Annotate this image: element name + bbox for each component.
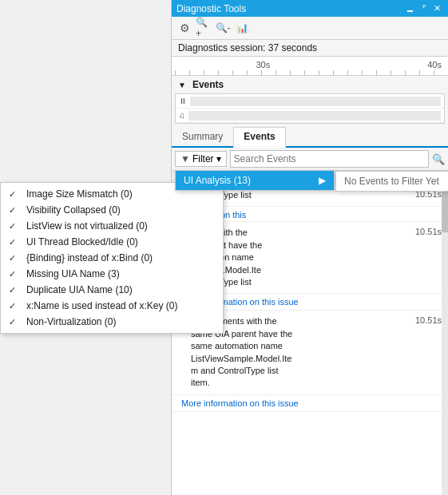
collapse-arrow-icon[interactable]: ▼ (178, 81, 186, 89)
music-icon: ♫ (179, 111, 185, 120)
check-icon: ✓ (9, 301, 20, 311)
title-bar-controls: 🗕 ᴾ ✕ (403, 2, 443, 14)
ui-analysis-item[interactable]: UI Analysis (13) ▶ No Events to Filter Y… (176, 171, 334, 190)
event-time-5: 10.51s (415, 315, 442, 325)
check-icon: ✓ (9, 253, 20, 263)
event5-line-6: item. (191, 377, 407, 389)
no-events-item: No Events to Filter Yet (336, 172, 448, 191)
filter-item-label: Non-Virtualization (0) (26, 316, 117, 327)
event5-line-3: same automation name (191, 340, 407, 352)
scrollbar-track[interactable] (442, 184, 448, 495)
pause-icon[interactable]: ⏸ (179, 97, 187, 105)
tab-events[interactable]: Events (233, 127, 285, 148)
title-bar: Diagnostic Tools 🗕 ᴾ ✕ (172, 0, 448, 17)
pin-icon[interactable]: 🗕 (403, 3, 417, 14)
check-icon: ✓ (9, 317, 20, 327)
events-header-label: Events (192, 79, 224, 90)
check-icon: ✓ (9, 285, 20, 295)
more-info-link-3[interactable]: More information on this issue (181, 398, 442, 408)
events-row-pause: ⏸ (176, 94, 444, 109)
filter-item-label: x:Name is used instead of x:Key (0) (26, 300, 177, 311)
filter-label: Filter (192, 153, 214, 164)
event5-line-4: ListViewSample.Model.Ite (191, 353, 407, 365)
scrollbar-thumb[interactable] (442, 184, 448, 232)
list-item[interactable]: ✓ Non-Virtualization (0) (1, 314, 223, 330)
panel-title: Diagnostic Tools (176, 3, 246, 14)
list-item[interactable]: ✓ ListView is not virtualized (0) (1, 218, 223, 234)
events-header: ▼ Events (172, 76, 448, 93)
filter-item-label: Missing UIA Name (3) (26, 268, 120, 279)
timeline-40s: 40s (427, 60, 442, 69)
search-input[interactable] (230, 150, 429, 168)
auto-hide-icon[interactable]: ᴾ (420, 2, 428, 14)
ui-analysis-label: UI Analysis (13) (184, 175, 251, 186)
filter-dropdown-menu: UI Analysis (13) ▶ No Events to Filter Y… (175, 170, 335, 191)
list-item[interactable]: ✓ Duplicate UIA Name (10) (1, 282, 223, 298)
close-icon[interactable]: ✕ (431, 2, 443, 14)
timeline-30s: 30s (256, 60, 270, 69)
event5-line-5: m and ControlType list (191, 365, 407, 377)
timeline-bar: 30s 40s (172, 57, 448, 76)
filter-item-label: UI Thread Blocked/Idle (0) (26, 236, 138, 248)
list-item[interactable]: ✓ UI Thread Blocked/Idle (0) (1, 234, 223, 250)
session-label: Diagnostics session: 37 seconds (178, 42, 317, 53)
check-icon: ✓ (9, 205, 20, 216)
tab-summary[interactable]: Summary (172, 127, 233, 146)
zoom-out-icon[interactable]: 🔍- (215, 20, 231, 36)
list-item[interactable]: ✓ Visibility Collapsed (0) (1, 202, 223, 218)
session-bar: Diagnostics session: 37 seconds (172, 40, 448, 57)
filter-button[interactable]: ▼ Filter ▾ (175, 151, 227, 167)
list-item[interactable]: ✓ x:Name is used instead of x:Key (0) (1, 298, 223, 314)
funnel-icon: ▼ (180, 153, 190, 164)
submenu-arrow-icon: ▶ (319, 175, 326, 186)
event-time-3: 10.51s (415, 227, 442, 236)
events-section: ▼ Events ⏸ ♫ (172, 76, 448, 124)
tab-bar: Summary Events (172, 127, 448, 148)
events-row-music: ♫ (176, 109, 444, 123)
toolbar: ⚙ 🔍+ 🔍- 📊 (172, 17, 448, 40)
list-item[interactable]: ✓ Missing UIA Name (3) (1, 266, 223, 282)
check-icon: ✓ (9, 221, 20, 232)
event-item-6: More information on this issue (172, 395, 448, 412)
settings-icon[interactable]: ⚙ (176, 20, 192, 36)
check-icon: ✓ (9, 189, 20, 200)
filter-item-label: Duplicate UIA Name (10) (26, 284, 133, 295)
check-icon: ✓ (9, 269, 20, 279)
events-rows: ⏸ ♫ (175, 93, 445, 124)
chart-icon[interactable]: 📊 (234, 20, 250, 36)
list-item[interactable]: ✓ {Binding} instead of x:Bind (0) (1, 250, 223, 266)
filter-dropdown-panel: ✓ Image Size Mismatch (0) ✓ Visibility C… (0, 182, 224, 334)
filter-dropdown-arrow: ▾ (216, 153, 221, 164)
filter-item-label: ListView is not virtualized (0) (26, 220, 148, 232)
filter-item-label: Visibility Collapsed (0) (26, 204, 121, 216)
filter-submenu: No Events to Filter Yet (335, 171, 448, 192)
filter-bar: ▼ Filter ▾ 🔍 UI Analysis (13) ▶ No Event… (172, 148, 448, 171)
zoom-in-icon[interactable]: 🔍+ (196, 20, 212, 36)
search-icon[interactable]: 🔍 (432, 153, 445, 165)
filter-item-label: Image Size Mismatch (0) (26, 188, 133, 200)
check-icon: ✓ (9, 237, 20, 248)
filter-item-label: {Binding} instead of x:Bind (0) (26, 252, 153, 263)
